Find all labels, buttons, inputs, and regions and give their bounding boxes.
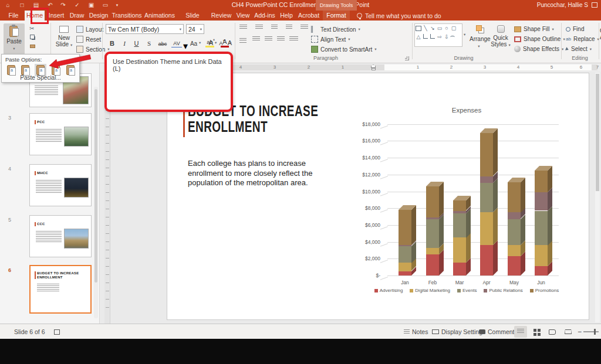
underline-button[interactable]: U <box>133 37 140 47</box>
tab-review[interactable]: Review <box>210 11 232 21</box>
italic-button[interactable]: I <box>121 37 128 47</box>
zoom-slider[interactable] <box>583 331 599 332</box>
highlight-caret[interactable]: ▾ <box>215 40 217 45</box>
find-button[interactable]: Find <box>566 26 584 32</box>
shape-fill-button[interactable]: Shape Fill▾ <box>514 26 554 32</box>
bar-segment-promotions <box>399 210 411 245</box>
section-button[interactable]: Section▾ <box>76 46 110 53</box>
reading-view-button[interactable] <box>546 326 559 338</box>
shapes-gallery-more-icon[interactable]: ▾ <box>464 32 465 37</box>
bullets-icon[interactable] <box>239 25 247 30</box>
shape-textbox-icon[interactable] <box>416 26 421 31</box>
change-case-caret[interactable]: ▾ <box>199 40 201 45</box>
paste-option-use-destination-theme[interactable] <box>5 64 17 76</box>
tab-transitions[interactable]: Transitions <box>112 11 142 21</box>
layout-button[interactable]: Layout▾ <box>76 26 107 33</box>
bar-segment-promotions <box>453 200 466 210</box>
paste-button[interactable]: Paste▾ <box>4 23 25 56</box>
slide-thumbnail-4[interactable]: MHCC <box>29 164 92 206</box>
display-settings-button[interactable]: Display Settings <box>432 324 485 339</box>
shape-outline-button[interactable]: Shape Outline▾ <box>514 36 565 42</box>
new-slide-button[interactable]: New Slide ▾ <box>54 23 74 47</box>
cut-icon[interactable]: ✂ <box>29 25 34 32</box>
convert-smartart-button[interactable]: Convert to SmartArt▾ <box>311 46 377 53</box>
zoom-slider-handle[interactable] <box>594 329 596 335</box>
shape-arc-icon[interactable] <box>450 36 455 39</box>
shape-effects-button[interactable]: Shape Effects▾ <box>514 46 563 52</box>
slide-thumbnail-3[interactable]: PCC <box>29 113 92 155</box>
arrange-button[interactable]: Arrange▾ <box>470 24 488 49</box>
strikethrough-button[interactable]: abc <box>157 37 168 47</box>
reset-button[interactable]: Reset <box>76 36 101 43</box>
tab-insert[interactable]: Insert <box>47 11 66 21</box>
shape-down-arrow-icon[interactable]: ⇩ <box>443 33 450 40</box>
thumb-text <box>36 129 62 143</box>
text-direction-button[interactable]: Text Direction▾ <box>311 26 360 33</box>
tab-format[interactable]: Format <box>323 11 350 21</box>
line-spacing-icon[interactable] <box>300 25 308 30</box>
character-spacing-button[interactable]: AV <box>171 37 182 47</box>
tab-help[interactable]: Help <box>278 11 295 21</box>
comments-button[interactable]: Comments <box>479 324 518 339</box>
font-color-button[interactable]: A <box>221 37 229 47</box>
quick-styles-button[interactable]: Quick Styles ▾ <box>491 24 511 47</box>
slide-sorter-view-button[interactable] <box>530 326 543 338</box>
ribbon-display-options-icon[interactable] <box>592 2 597 8</box>
spellcheck-status-icon[interactable] <box>54 324 60 339</box>
shape-rectangle-icon[interactable]: ▭ <box>436 24 443 32</box>
tab-add-ins[interactable]: Add-ins <box>254 11 276 21</box>
canvas-scrollbar[interactable] <box>595 73 600 322</box>
shape-elbow-icon[interactable] <box>423 34 428 39</box>
slide-thumbnail-5[interactable]: CCC <box>29 215 92 257</box>
shapes-gallery[interactable]: ╲ ↘ ▭ ○ ▢ △ ⇨ ⇩ <box>414 23 462 47</box>
decrease-indent-icon[interactable] <box>271 25 278 30</box>
tab-file[interactable]: File <box>5 11 22 21</box>
shape-arrow-icon[interactable]: ↘ <box>429 24 436 32</box>
justify-button[interactable] <box>277 36 285 42</box>
char-spacing-caret[interactable]: ▾ <box>183 40 188 52</box>
notes-button[interactable]: Notes <box>404 324 428 339</box>
copy-icon[interactable] <box>30 35 35 39</box>
columns-button[interactable] <box>289 36 298 42</box>
paragraph-dialog-launcher[interactable] <box>405 56 409 60</box>
tab-design[interactable]: Design <box>88 11 109 21</box>
slide-thumbnail-6[interactable]: BUDGET TO INCREASE ENROLLMENT <box>29 265 92 314</box>
ribbon-tab-bar: File Home Insert Draw Design Transitions… <box>0 11 601 21</box>
tab-view[interactable]: View <box>235 11 251 21</box>
bold-button[interactable]: B <box>108 37 116 47</box>
align-center-button[interactable] <box>252 36 260 42</box>
align-left-button[interactable] <box>238 36 248 45</box>
tab-acrobat[interactable]: Acrobat <box>297 11 320 21</box>
font-name-input[interactable]: Tw Cen MT (Body)▾ <box>106 24 184 34</box>
slideshow-view-button[interactable] <box>562 326 575 338</box>
hanging-indent-marker[interactable] <box>372 68 376 70</box>
replace-button[interactable]: ab Replace▾ <box>566 36 599 42</box>
font-color-caret[interactable]: ▾ <box>229 40 231 45</box>
thumbnail-scrollbar[interactable] <box>94 87 98 318</box>
numbering-icon[interactable] <box>255 25 263 30</box>
shape-rounded-rect-icon[interactable]: ▢ <box>450 24 457 32</box>
chart-gridline-3d-edge <box>380 159 388 162</box>
normal-view-button[interactable] <box>514 326 527 338</box>
font-size-input[interactable]: 24▾ <box>186 24 204 34</box>
tab-slide-show[interactable]: Slide Show <box>177 11 208 21</box>
tab-draw[interactable]: Draw <box>68 11 86 21</box>
highlight-button[interactable]: ab <box>205 37 214 47</box>
format-painter-icon[interactable] <box>30 45 35 48</box>
shape-elbow-arrow-icon[interactable] <box>430 34 435 39</box>
change-case-button[interactable]: Aa <box>189 37 198 47</box>
legend-label: Events <box>462 288 477 293</box>
align-text-button[interactable]: Align Text▾ <box>311 36 350 43</box>
shape-right-arrow-icon[interactable]: ⇨ <box>436 33 443 40</box>
select-button[interactable]: Select▾ <box>566 46 592 52</box>
shape-triangle-icon[interactable]: △ <box>415 33 422 40</box>
tab-animations[interactable]: Animations <box>144 11 175 21</box>
align-right-button[interactable] <box>265 36 272 42</box>
shape-oval-icon[interactable]: ○ <box>443 24 450 32</box>
shadow-button[interactable]: S <box>146 37 153 47</box>
shape-line-icon[interactable]: ╲ <box>422 24 429 32</box>
paste-special-menu-item[interactable]: Paste Special... <box>20 74 60 81</box>
tell-me-box[interactable]: Tell me what you want to do <box>357 11 441 21</box>
increase-indent-icon[interactable] <box>286 25 292 30</box>
zoom-out-button[interactable]: − <box>578 324 582 339</box>
